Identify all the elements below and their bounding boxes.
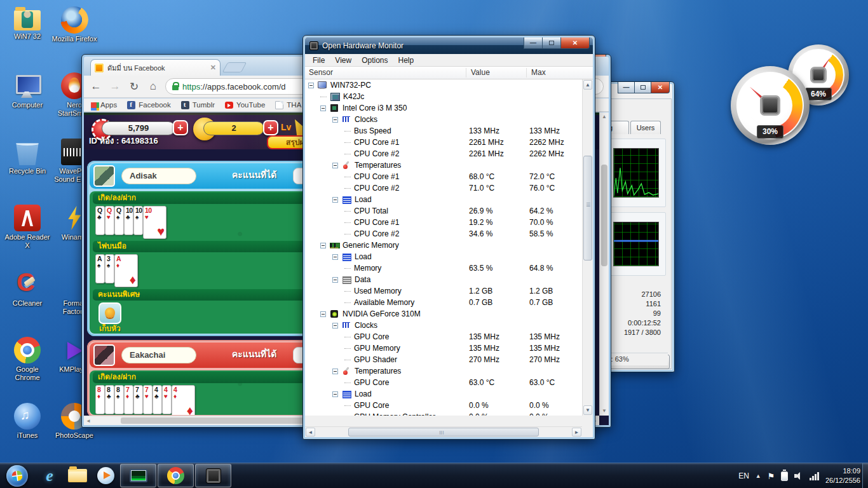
desktop-icon-google-chrome[interactable]: Google Chrome xyxy=(4,334,51,400)
maximize-button[interactable] xyxy=(634,82,651,93)
playing-card[interactable]: Q♠ xyxy=(114,206,124,235)
playing-card[interactable]: 10♥♥ xyxy=(143,206,166,239)
tab-close-icon[interactable]: ✕ xyxy=(210,64,216,72)
bookmark-youtube[interactable]: YouTube xyxy=(225,101,265,109)
playing-card[interactable]: 8♠ xyxy=(114,385,124,414)
scroll-up-arrow[interactable]: ▲ xyxy=(600,112,609,121)
scrollbar-thumb[interactable] xyxy=(583,156,592,261)
collapse-toggle-icon[interactable] xyxy=(332,163,338,168)
taskbar-hardware-monitor[interactable] xyxy=(195,464,231,487)
vertical-scrollbar[interactable]: ▲ ▼ xyxy=(582,79,593,416)
scroll-left-arrow[interactable]: ◄ xyxy=(84,416,93,425)
sensor-row[interactable]: Available Memory0.7 GB0.7 GB xyxy=(305,297,582,308)
collapse-toggle-icon[interactable] xyxy=(332,197,338,203)
collapse-toggle-icon[interactable] xyxy=(320,105,326,111)
sensor-row[interactable]: Clocks xyxy=(305,320,582,331)
browser-tab[interactable]: ดัมมี่ บน Facebook ✕ xyxy=(90,59,220,76)
back-icon[interactable]: ← xyxy=(89,80,103,93)
scroll-left-arrow[interactable]: ◄ xyxy=(306,428,315,437)
playing-card[interactable]: 7♣ xyxy=(133,385,143,414)
sensor-row[interactable]: GPU Core0.0 %0.0 % xyxy=(305,400,582,411)
sensor-row[interactable]: GPU Core63.0 °C63.0 °C xyxy=(305,377,582,388)
taskbar-ie[interactable]: e xyxy=(36,463,64,488)
playing-card[interactable]: 3♠ xyxy=(105,254,114,283)
sensor-row[interactable]: CPU Core #22261 MHz2262 MHz xyxy=(305,148,582,159)
collapse-toggle-icon[interactable] xyxy=(332,277,338,283)
collapse-toggle-icon[interactable] xyxy=(332,369,338,374)
minimize-button[interactable]: — xyxy=(618,82,635,93)
scroll-right-arrow[interactable]: ► xyxy=(572,428,581,437)
collapse-toggle-icon[interactable] xyxy=(320,311,326,317)
sensor-row[interactable]: Memory63.5 %64.8 % xyxy=(305,262,582,274)
playing-card[interactable]: 8♣ xyxy=(105,385,114,414)
playing-card[interactable]: 4♦♦ xyxy=(172,385,195,415)
action-center-flag-icon[interactable]: ⚑ xyxy=(768,471,775,481)
playing-card[interactable]: Q♥ xyxy=(105,206,114,235)
vertical-scrollbar[interactable]: ▲ ▼ xyxy=(599,112,609,416)
volume-icon[interactable] xyxy=(794,471,803,480)
sensor-row[interactable]: Used Memory1.2 GB1.2 GB xyxy=(305,285,582,297)
sensor-row[interactable]: Data xyxy=(305,274,582,285)
minimize-button[interactable]: — xyxy=(524,37,543,49)
playing-card[interactable]: 7♥ xyxy=(143,385,153,414)
home-icon[interactable]: ⌂ xyxy=(146,80,160,93)
menu-file[interactable]: File xyxy=(308,55,330,66)
playing-card[interactable]: Q♣ xyxy=(95,206,105,235)
close-button[interactable]: ✕ xyxy=(651,82,670,93)
sensor-row[interactable]: Load xyxy=(305,388,582,400)
playing-card[interactable]: A♦♦ xyxy=(114,254,138,287)
taskbar-media-player[interactable] xyxy=(92,463,119,488)
playing-card[interactable]: 8♦ xyxy=(95,385,105,414)
desktop-icon-ccleaner[interactable]: CCleaner xyxy=(4,268,51,334)
bookmark-facebook[interactable]: Facebook xyxy=(127,101,171,109)
cpu-gauge-gadget[interactable]: 30% xyxy=(731,66,810,145)
collapse-toggle-icon[interactable] xyxy=(332,254,338,260)
start-button[interactable] xyxy=(6,465,28,487)
sensor-row[interactable]: GPU Core135 MHz135 MHz xyxy=(305,331,582,342)
sensor-row[interactable]: Temperatures xyxy=(305,159,582,171)
taskbar-chrome[interactable] xyxy=(158,464,194,487)
menu-help[interactable]: Help xyxy=(393,55,419,66)
show-hidden-icons-arrow[interactable]: ▲ xyxy=(756,473,761,479)
column-value[interactable]: Value xyxy=(471,68,490,77)
scrollbar-thumb[interactable] xyxy=(348,428,539,437)
playing-card[interactable]: A♠ xyxy=(95,254,105,283)
sensor-row[interactable]: GPU Memory135 MHz135 MHz xyxy=(305,342,582,354)
sensor-row[interactable]: Load xyxy=(305,251,582,262)
sensor-row[interactable]: Intel Core i3 M 350 xyxy=(305,102,582,114)
menu-view[interactable]: View xyxy=(330,55,356,66)
show-desktop-button[interactable] xyxy=(862,463,868,488)
add-chips-button[interactable]: + xyxy=(173,120,188,135)
battery-icon[interactable] xyxy=(781,471,788,481)
tab-users[interactable]: Users xyxy=(630,121,661,134)
sensor-row[interactable]: NVIDIA GeForce 310M xyxy=(305,308,582,320)
sensor-row[interactable]: GPU Shader270 MHz270 MHz xyxy=(305,354,582,365)
sensor-row[interactable]: Clocks xyxy=(305,114,582,125)
sensor-row[interactable]: CPU Total26.9 %64.2 % xyxy=(305,205,582,217)
sensor-row[interactable]: GPU Memory Controller0.0 %0.0 % xyxy=(305,411,582,416)
sensor-row[interactable]: K42Jc xyxy=(305,91,582,102)
scroll-up-arrow[interactable]: ▲ xyxy=(583,80,592,90)
scroll-down-arrow[interactable]: ▼ xyxy=(600,407,609,416)
network-signal-icon[interactable] xyxy=(810,471,819,480)
desktop-icon-computer[interactable]: Computer xyxy=(4,70,51,136)
sensor-row[interactable]: Bus Speed133 MHz133 MHz xyxy=(305,125,582,137)
clock[interactable]: 18:09 26/12/2556 xyxy=(825,466,860,485)
playing-card[interactable]: 10♣ xyxy=(124,206,133,235)
bookmark-tumblr[interactable]: Tumblr xyxy=(181,101,215,109)
column-max[interactable]: Max xyxy=(531,68,546,77)
menu-options[interactable]: Options xyxy=(356,55,393,66)
maximize-button[interactable] xyxy=(542,37,561,49)
playing-card[interactable]: 4♥ xyxy=(162,385,172,414)
scroll-down-arrow[interactable]: ▼ xyxy=(583,405,592,415)
add-coins-button[interactable]: + xyxy=(263,120,278,135)
desktop-icon-itunes[interactable]: iTunes xyxy=(4,400,51,466)
desktop-icon-win7-32[interactable]: WiN7 32 xyxy=(4,4,51,70)
playing-card[interactable]: 10♠ xyxy=(133,206,143,235)
close-button[interactable]: ✕ xyxy=(560,37,590,49)
bookmark-tha[interactable]: THA xyxy=(275,101,301,109)
scrollbar-thumb[interactable] xyxy=(601,165,607,266)
taskbar-explorer[interactable] xyxy=(64,463,92,488)
collapse-toggle-icon[interactable] xyxy=(332,117,338,123)
taskbar-task-manager[interactable] xyxy=(120,464,156,487)
